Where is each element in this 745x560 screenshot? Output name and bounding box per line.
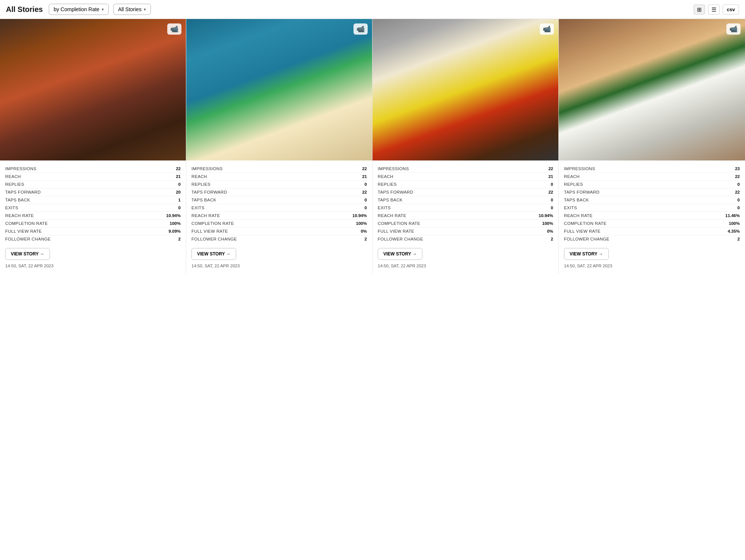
stat-follower-change: FOLLOWER CHANGE 2 bbox=[5, 235, 181, 243]
story-timestamp: 14:50, SAT, 22 APR 2023 bbox=[559, 261, 745, 268]
stat-impressions: IMPRESSIONS 22 bbox=[378, 165, 553, 173]
filter-chevron-icon: ▾ bbox=[144, 7, 146, 12]
view-story-button[interactable]: VIEW STORY → bbox=[5, 248, 50, 260]
story-thumbnail: 📹 bbox=[0, 19, 186, 160]
csv-label: csv bbox=[727, 7, 735, 12]
stat-full-view-rate: FULL VIEW RATE 9.09% bbox=[5, 228, 181, 235]
stat-impressions: IMPRESSIONS 23 bbox=[564, 165, 740, 173]
stat-replies: REPLIES 0 bbox=[564, 181, 740, 188]
view-story-button[interactable]: VIEW STORY → bbox=[191, 248, 236, 260]
stat-full-view-rate: FULL VIEW RATE 4.35% bbox=[564, 228, 740, 235]
stat-reach-rate: REACH RATE 10.94% bbox=[5, 212, 181, 220]
stat-reach-rate: REACH RATE 10.94% bbox=[378, 212, 553, 220]
stat-completion-rate: COMPLETION RATE 100% bbox=[378, 220, 553, 228]
csv-export-button[interactable]: csv bbox=[723, 4, 739, 15]
story-stats: IMPRESSIONS 22 REACH 21 REPLIES 0 TAPS F… bbox=[186, 160, 372, 243]
stat-replies: REPLIES 0 bbox=[191, 181, 367, 188]
stat-impressions: IMPRESSIONS 22 bbox=[191, 165, 367, 173]
grid-view-button[interactable]: ⊞ bbox=[694, 4, 705, 15]
video-icon: 📹 bbox=[167, 23, 181, 35]
stat-impressions: IMPRESSIONS 22 bbox=[5, 165, 181, 173]
video-icon: 📹 bbox=[354, 23, 368, 35]
stat-follower-change: FOLLOWER CHANGE 2 bbox=[564, 235, 740, 243]
filter-label: All Stories bbox=[118, 6, 142, 12]
sort-label: by Completion Rate bbox=[54, 6, 99, 12]
stat-reach-rate: REACH RATE 10.94% bbox=[191, 212, 367, 220]
grid-icon: ⊞ bbox=[697, 6, 702, 13]
story-card-3: 📹 IMPRESSIONS 22 REACH 21 REPLIES 0 TAPS… bbox=[372, 19, 559, 274]
stat-replies: REPLIES 0 bbox=[378, 181, 553, 188]
story-stats: IMPRESSIONS 23 REACH 22 REPLIES 0 TAPS F… bbox=[559, 160, 745, 243]
toolbar-right: ⊞ ☰ csv bbox=[694, 4, 739, 15]
stat-exits: EXITS 0 bbox=[564, 204, 740, 212]
story-card-4: 📹 IMPRESSIONS 23 REACH 22 REPLIES 0 TAPS… bbox=[559, 19, 745, 274]
stat-taps-forward: TAPS FORWARD 22 bbox=[564, 188, 740, 196]
stat-taps-back: TAPS BACK 1 bbox=[5, 196, 181, 204]
story-thumbnail: 📹 bbox=[372, 19, 558, 160]
stat-follower-change: FOLLOWER CHANGE 2 bbox=[378, 235, 553, 243]
view-story-button[interactable]: VIEW STORY → bbox=[564, 248, 609, 260]
stat-reach: REACH 21 bbox=[191, 173, 367, 181]
sort-dropdown[interactable]: by Completion Rate ▾ bbox=[49, 4, 109, 15]
header: All Stories by Completion Rate ▾ All Sto… bbox=[0, 0, 745, 19]
story-thumbnail: 📹 bbox=[186, 19, 372, 160]
stat-taps-back: TAPS BACK 0 bbox=[564, 196, 740, 204]
video-icon: 📹 bbox=[540, 23, 554, 35]
stat-replies: REPLIES 0 bbox=[5, 181, 181, 188]
filter-dropdown[interactable]: All Stories ▾ bbox=[113, 4, 151, 15]
story-stats: IMPRESSIONS 22 REACH 21 REPLIES 0 TAPS F… bbox=[372, 160, 558, 243]
list-view-button[interactable]: ☰ bbox=[708, 4, 720, 15]
stat-taps-back: TAPS BACK 0 bbox=[191, 196, 367, 204]
stat-exits: EXITS 0 bbox=[378, 204, 553, 212]
stat-reach: REACH 22 bbox=[564, 173, 740, 181]
stories-grid: 📹 IMPRESSIONS 22 REACH 21 REPLIES 0 TAPS… bbox=[0, 19, 745, 274]
stat-reach: REACH 21 bbox=[378, 173, 553, 181]
stat-taps-forward: TAPS FORWARD 20 bbox=[5, 188, 181, 196]
sort-chevron-icon: ▾ bbox=[102, 7, 104, 12]
story-timestamp: 14:50, SAT, 22 APR 2023 bbox=[0, 261, 186, 268]
view-story-button[interactable]: VIEW STORY → bbox=[378, 248, 422, 260]
stat-full-view-rate: FULL VIEW RATE 0% bbox=[378, 228, 553, 235]
stat-taps-forward: TAPS FORWARD 22 bbox=[378, 188, 553, 196]
story-thumbnail: 📹 bbox=[559, 19, 745, 160]
story-stats: IMPRESSIONS 22 REACH 21 REPLIES 0 TAPS F… bbox=[0, 160, 186, 243]
video-icon: 📹 bbox=[726, 23, 741, 35]
stat-completion-rate: COMPLETION RATE 100% bbox=[564, 220, 740, 228]
story-timestamp: 14:50, SAT, 22 APR 2023 bbox=[372, 261, 558, 268]
stat-completion-rate: COMPLETION RATE 100% bbox=[191, 220, 367, 228]
list-icon: ☰ bbox=[711, 6, 716, 13]
stat-exits: EXITS 0 bbox=[5, 204, 181, 212]
story-timestamp: 14:50, SAT, 22 APR 2023 bbox=[186, 261, 372, 268]
story-card-2: 📹 IMPRESSIONS 22 REACH 21 REPLIES 0 TAPS… bbox=[186, 19, 372, 274]
stat-taps-forward: TAPS FORWARD 22 bbox=[191, 188, 367, 196]
stat-taps-back: TAPS BACK 0 bbox=[378, 196, 553, 204]
stat-completion-rate: COMPLETION RATE 100% bbox=[5, 220, 181, 228]
stat-reach: REACH 21 bbox=[5, 173, 181, 181]
stat-reach-rate: REACH RATE 11.46% bbox=[564, 212, 740, 220]
stat-exits: EXITS 0 bbox=[191, 204, 367, 212]
story-card-1: 📹 IMPRESSIONS 22 REACH 21 REPLIES 0 TAPS… bbox=[0, 19, 186, 274]
stat-full-view-rate: FULL VIEW RATE 0% bbox=[191, 228, 367, 235]
page-title: All Stories bbox=[6, 5, 43, 14]
stat-follower-change: FOLLOWER CHANGE 2 bbox=[191, 235, 367, 243]
